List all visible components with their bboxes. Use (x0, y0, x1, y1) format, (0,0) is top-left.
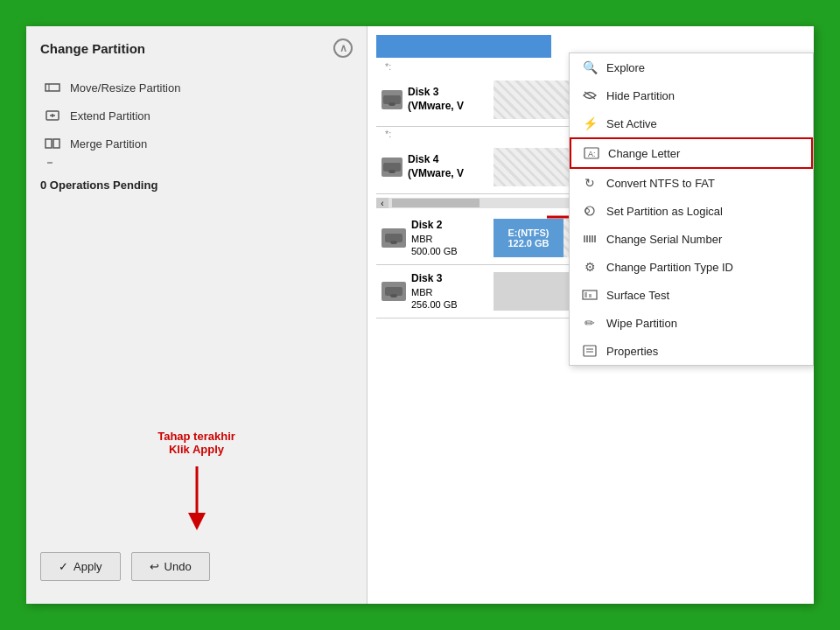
disk3-top-icon (382, 90, 402, 109)
disk4-label: Disk 4 (VMware, V (376, 144, 490, 190)
ctx-properties-label: Properties (606, 345, 658, 358)
move-resize-label: Move/Resize Partition (70, 81, 180, 94)
ctx-wipe-label: Wipe Partition (606, 317, 677, 330)
svg-point-10 (388, 102, 396, 106)
ctx-change-letter[interactable]: A: Change Letter (570, 137, 813, 169)
red-arrow-down-icon (184, 465, 210, 535)
disk3-top-label: Disk 3 (VMware, V (376, 77, 490, 122)
annotation-text: Tahap terakhir Klik Apply (40, 430, 353, 456)
main-window: Change Partition ∧ Move/Resize Partition (26, 26, 814, 604)
extend-label: Extend Partition (70, 109, 150, 122)
type-id-icon: ⚙ (582, 259, 598, 275)
check-icon: ✓ (59, 560, 68, 573)
context-menu: 🔍 Explore Hide Partition ⚡ Set Active A:… (569, 52, 814, 366)
ctx-logical-label: Set Partition as Logical (606, 205, 723, 218)
scroll-thumb[interactable] (392, 199, 480, 207)
svg-rect-5 (46, 139, 52, 148)
top-blue-bar (376, 35, 551, 58)
svg-rect-0 (46, 84, 60, 91)
disk4-info: Disk 4 (VMware, V (408, 153, 485, 180)
ctx-hide-label: Hide Partition (606, 89, 675, 102)
disk2-partition-e[interactable]: E:(NTFS) 122.0 GB (494, 219, 564, 257)
move-resize-icon (44, 79, 61, 96)
svg-text:A:: A: (588, 150, 596, 158)
chevron-up-icon: ∧ (340, 42, 347, 54)
right-panel: *: Disk 3 (VMware, V *: (368, 26, 814, 604)
undo-icon: ↩ (150, 560, 159, 573)
merge-label: Merge Partition (70, 137, 147, 150)
menu-item-merge[interactable]: Merge Partition (40, 130, 353, 158)
svg-rect-29 (589, 294, 592, 298)
svg-rect-30 (584, 346, 596, 356)
ctx-change-letter-label: Change Letter (608, 147, 680, 160)
disk3-bottom-info: Disk 3 MBR 256.00 GB (411, 272, 458, 311)
panel-title-text: Change Partition (40, 41, 145, 56)
svg-point-16 (390, 294, 397, 298)
ctx-wipe[interactable]: ✏ Wipe Partition (570, 309, 813, 337)
svg-rect-28 (584, 292, 587, 298)
wipe-icon: ✏ (582, 315, 598, 331)
ctx-serial-label: Change Serial Number (606, 233, 722, 246)
menu-item-move-resize[interactable]: Move/Resize Partition (40, 74, 353, 102)
properties-icon (582, 343, 598, 359)
ctx-set-active[interactable]: ⚡ Set Active (570, 109, 813, 137)
surface-icon (582, 287, 598, 303)
ctx-explore[interactable]: 🔍 Explore (570, 53, 813, 81)
ctx-change-serial[interactable]: Change Serial Number (570, 225, 813, 253)
ctx-set-logical[interactable]: Set Partition as Logical (570, 197, 813, 225)
convert-icon: ↻ (582, 175, 598, 191)
svg-rect-6 (53, 139, 60, 148)
ctx-surface-test[interactable]: Surface Test (570, 281, 813, 309)
hide-partition-icon (582, 88, 598, 103)
undo-button[interactable]: ↩ Undo (131, 552, 210, 581)
disk2-label: Disk 2 MBR 500.00 GB (376, 215, 490, 261)
disk4-icon (382, 158, 402, 177)
ctx-properties[interactable]: Properties (570, 337, 813, 365)
svg-point-14 (390, 241, 397, 244)
ctx-hide-partition[interactable]: Hide Partition (570, 81, 813, 109)
explore-icon: 🔍 (582, 60, 598, 75)
arrow-annotation-container (40, 465, 353, 535)
ctx-type-label: Change Partition Type ID (606, 261, 733, 274)
menu-item-extend[interactable]: Extend Partition (40, 102, 353, 130)
ctx-surface-label: Surface Test (606, 289, 669, 302)
ctx-convert-label: Convert NTFS to FAT (606, 177, 715, 190)
set-active-icon: ⚡ (582, 116, 598, 131)
disk3-top-info: Disk 3 (VMware, V (408, 86, 485, 113)
ctx-change-type[interactable]: ⚙ Change Partition Type ID (570, 253, 813, 281)
left-panel: Change Partition ∧ Move/Resize Partition (26, 26, 368, 604)
disk3-bottom-label: Disk 3 MBR 256.00 GB (376, 269, 490, 314)
ctx-convert-ntfs[interactable]: ↻ Convert NTFS to FAT (570, 169, 813, 197)
apply-button[interactable]: ✓ Apply (40, 552, 121, 581)
disk2-info: Disk 2 MBR 500.00 GB (411, 219, 458, 257)
change-letter-icon: A: (584, 145, 599, 161)
serial-icon (582, 231, 598, 247)
ctx-active-label: Set Active (606, 117, 657, 130)
scroll-left-button[interactable]: ‹ (376, 198, 388, 208)
disk3-bottom-icon (382, 282, 406, 301)
divider (47, 162, 52, 164)
logical-icon (582, 203, 598, 219)
extend-icon (44, 107, 61, 124)
ops-pending: 0 Operations Pending (40, 175, 353, 195)
bottom-buttons: ✓ Apply ↩ Undo (40, 545, 353, 584)
collapse-button[interactable]: ∧ (333, 38, 353, 58)
merge-icon (44, 135, 61, 152)
svg-point-12 (388, 170, 396, 173)
panel-title-row: Change Partition ∧ (40, 38, 353, 58)
ctx-explore-label: Explore (606, 61, 645, 74)
disk2-icon (382, 228, 406, 248)
svg-marker-8 (188, 513, 206, 530)
